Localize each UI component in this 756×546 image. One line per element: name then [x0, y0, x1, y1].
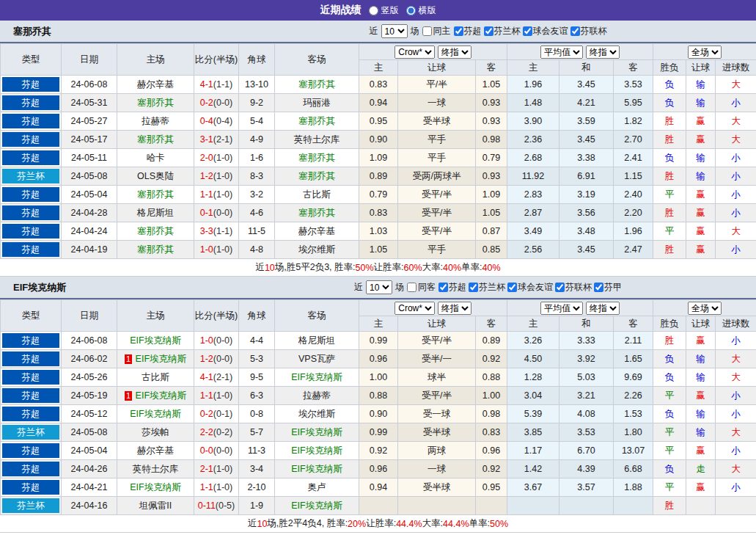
recent-count-select[interactable]: 10	[366, 280, 392, 294]
score-cell[interactable]: 0-4(0-4)	[194, 112, 239, 131]
home-team-name[interactable]: 古比斯	[142, 372, 169, 382]
league-checkbox[interactable]	[469, 283, 478, 292]
halftime-score: (1-0)	[213, 189, 232, 200]
home-team-name[interactable]: 赫尔辛基	[137, 445, 174, 456]
home-team-name[interactable]: EIF埃克纳斯	[130, 409, 180, 419]
home-team-name[interactable]: 赫尔辛基	[137, 79, 174, 90]
home-team-name[interactable]: 塞那乔其	[137, 134, 174, 145]
average-time-select[interactable]: 终指	[586, 46, 620, 59]
layout-option-vertical[interactable]: 竖版	[369, 4, 399, 17]
league-checkbox[interactable]	[570, 26, 580, 36]
away-team-name[interactable]: EIF埃克纳斯	[291, 500, 342, 511]
score-cell[interactable]: 3-1(2-1)	[194, 131, 239, 149]
odds-time-select[interactable]: 终指	[438, 302, 471, 315]
score-cell[interactable]: 1-1(1-0)	[194, 387, 239, 405]
score-cell[interactable]: 1-2(0-0)	[194, 350, 239, 368]
score-cell[interactable]: 4-1(2-1)	[194, 368, 239, 387]
away-team-name[interactable]: 塞那乔其	[298, 208, 335, 218]
league-checkbox[interactable]	[484, 26, 493, 36]
league-checkbox[interactable]	[507, 283, 517, 292]
league-checkbox[interactable]	[555, 283, 565, 292]
away-team-name[interactable]: 埃尔维斯	[298, 409, 335, 419]
score-cell[interactable]: 3-3(1-1)	[194, 222, 239, 241]
league-filter[interactable]: 芬超	[438, 281, 466, 294]
same-venue-checkbox[interactable]	[407, 283, 416, 292]
vertical-radio[interactable]	[369, 6, 378, 15]
home-team-name[interactable]: EIF埃克纳斯	[130, 482, 180, 492]
score-cell[interactable]: 0-1(0-0)	[194, 204, 239, 222]
scope-select[interactable]: 全场	[688, 302, 722, 315]
home-team-name[interactable]: 英特土尔库	[133, 464, 179, 474]
home-team-name[interactable]: EIF埃克纳斯	[136, 354, 186, 364]
bookmaker-select[interactable]: Crow*	[394, 302, 435, 315]
away-team-name[interactable]: 玛丽港	[303, 98, 331, 108]
away-team-name[interactable]: VPS瓦萨	[298, 354, 335, 364]
away-team-name[interactable]: EIF埃克纳斯	[291, 427, 342, 437]
away-team-name[interactable]: 奥卢	[308, 482, 326, 492]
home-team-name[interactable]: 坦佩雷II	[139, 500, 172, 511]
home-team-name[interactable]: 塞那乔其	[137, 226, 174, 236]
recent-count-select[interactable]: 10	[381, 24, 408, 38]
league-filter[interactable]: 球会友谊	[523, 25, 568, 37]
away-team-name[interactable]: 塞那乔其	[298, 116, 335, 126]
away-team-name[interactable]: 塞那乔其	[298, 79, 335, 90]
away-team-name[interactable]: EIF埃克纳斯	[291, 464, 342, 474]
away-team-name[interactable]: 古比斯	[303, 189, 331, 200]
same-venue-filter[interactable]: 同客	[407, 281, 436, 294]
home-team-name[interactable]: OLS奥陆	[137, 171, 174, 181]
league-filter[interactable]: 芬联杯	[570, 25, 607, 37]
league-filter[interactable]: 芬兰杯	[469, 281, 505, 294]
league-checkbox[interactable]	[438, 283, 448, 292]
corner-count: 8-3	[239, 167, 275, 186]
home-team-name[interactable]: EIF埃克纳斯	[130, 335, 180, 346]
average-select[interactable]: 平均值	[540, 46, 583, 59]
score-cell[interactable]: 1-0(0-0)	[194, 332, 239, 350]
home-team-name[interactable]: EIF埃克纳斯	[136, 390, 186, 401]
home-team-name[interactable]: 莎埃帕	[142, 427, 169, 437]
horizontal-radio[interactable]	[406, 6, 416, 15]
score-cell[interactable]: 0-11(0-5)	[194, 497, 239, 515]
home-team-name[interactable]: 拉赫蒂	[142, 116, 169, 126]
away-team-name[interactable]: 拉赫蒂	[303, 390, 331, 401]
league-filter[interactable]: 芬甲	[594, 281, 622, 294]
score-cell[interactable]: 0-0(0-0)	[194, 442, 239, 460]
score-cell[interactable]: 2-2(0-2)	[194, 423, 239, 442]
score-cell[interactable]: 0-2(0-0)	[194, 94, 239, 112]
home-team-name[interactable]: 哈卡	[147, 153, 165, 163]
league-filter[interactable]: 芬联杯	[555, 281, 592, 294]
score-cell[interactable]: 1-0(1-0)	[194, 241, 239, 259]
away-team-name[interactable]: 塞那乔其	[298, 171, 335, 181]
score-cell[interactable]: 0-2(0-1)	[194, 405, 239, 423]
away-team-name[interactable]: 埃尔维斯	[298, 244, 335, 255]
home-team-name[interactable]: 格尼斯坦	[137, 208, 174, 218]
away-team-name[interactable]: EIF埃克纳斯	[291, 445, 342, 456]
same-venue-checkbox[interactable]	[422, 26, 432, 36]
home-team-name[interactable]: 塞那乔其	[137, 244, 174, 255]
average-select[interactable]: 平均值	[540, 302, 583, 315]
league-filter[interactable]: 芬超	[454, 25, 482, 37]
odds-time-select[interactable]: 终指	[438, 46, 471, 59]
league-filter[interactable]: 芬兰杯	[484, 25, 521, 37]
score-cell[interactable]: 4-1(1-1)	[194, 76, 239, 94]
home-team-name[interactable]: 塞那乔其	[137, 98, 174, 108]
score-cell[interactable]: 1-1(1-0)	[194, 186, 239, 204]
away-team-name[interactable]: 格尼斯坦	[298, 335, 335, 346]
away-team-name[interactable]: 英特土尔库	[294, 134, 340, 145]
away-team-name[interactable]: EIF埃克纳斯	[291, 372, 342, 382]
league-checkbox[interactable]	[523, 26, 532, 36]
league-filter[interactable]: 球会友谊	[507, 281, 553, 294]
score-cell[interactable]: 1-2(1-0)	[194, 167, 239, 186]
same-venue-filter[interactable]: 同主	[422, 25, 451, 37]
league-checkbox[interactable]	[594, 283, 603, 292]
score-cell[interactable]: 2-1(1-0)	[194, 460, 239, 478]
layout-option-horizontal[interactable]: 横版	[406, 4, 436, 17]
score-cell[interactable]: 2-0(1-0)	[194, 149, 239, 167]
bookmaker-select[interactable]: Crow*	[394, 46, 435, 59]
average-time-select[interactable]: 终指	[586, 302, 620, 315]
away-team-name[interactable]: 塞那乔其	[298, 153, 335, 163]
league-checkbox[interactable]	[454, 26, 463, 36]
scope-select[interactable]: 全场	[688, 46, 722, 59]
away-team-name[interactable]: 赫尔辛基	[298, 226, 335, 236]
home-team-name[interactable]: 塞那乔其	[137, 189, 174, 200]
score-cell[interactable]: 1-1(1-0)	[194, 478, 239, 497]
